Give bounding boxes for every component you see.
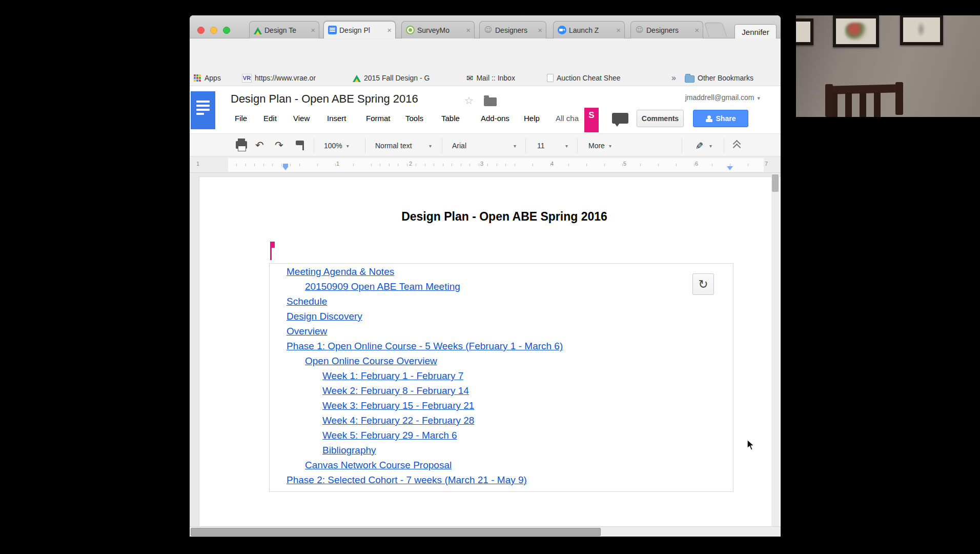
browser-tab[interactable]: SurveyMo× (401, 21, 475, 38)
collapse-toolbar-icon[interactable] (734, 141, 741, 145)
zoom-select[interactable]: 100%▾ (324, 139, 349, 152)
tab-title: Designers (646, 26, 691, 34)
toc-link[interactable]: Canvas Network Course Proposal (305, 460, 452, 471)
horizontal-scrollbar-track[interactable] (190, 526, 781, 537)
bookmark-label: Mail :: Inbox (476, 74, 515, 82)
comments-button[interactable]: Comments (637, 110, 684, 127)
undo-icon[interactable]: ↶ (255, 140, 264, 151)
toc-link[interactable]: Phase 1: Open Online Course - 5 Weeks (F… (287, 341, 563, 352)
refresh-toc-button[interactable]: ↻ (692, 273, 714, 295)
menu-view[interactable]: View (293, 114, 310, 123)
toc-link[interactable]: Design Discovery (287, 311, 362, 322)
toc-link[interactable]: 20150909 Open ABE Team Meeting (305, 281, 460, 292)
toc-link[interactable]: Meeting Agenda & Notes (287, 266, 394, 278)
close-tab-icon[interactable]: × (310, 26, 316, 34)
redo-icon[interactable]: ↷ (275, 140, 283, 151)
menu-file[interactable]: File (235, 114, 247, 123)
folder-icon (685, 75, 695, 83)
share-button[interactable]: Share (693, 110, 748, 127)
collaborator-avatar[interactable]: S (584, 108, 599, 132)
paint-format-icon[interactable] (296, 141, 304, 145)
webcam-video (796, 15, 980, 117)
bookmark-item[interactable]: 2015 Fall Design - G (353, 73, 430, 83)
close-window-button[interactable] (197, 27, 205, 34)
document-page[interactable]: Design Plan - Open ABE Spring 2016 ↻ Mee… (199, 176, 781, 526)
browser-tab[interactable]: ☺Designers× (630, 21, 703, 38)
bookmark-item[interactable]: Apps (194, 73, 221, 83)
all-changes-saved-status[interactable]: All cha (556, 114, 584, 123)
browser-window: Design Te×Design Pl×SurveyMo×☺Designers×… (190, 15, 781, 537)
star-document-icon[interactable]: ☆ (464, 94, 474, 107)
close-tab-icon[interactable]: × (386, 26, 392, 34)
font-select[interactable]: Arial▾ (452, 139, 516, 152)
browser-tab[interactable]: Launch Z× (553, 21, 625, 38)
toc-link[interactable]: Week 2: February 8 - February 14 (322, 385, 469, 397)
close-tab-icon[interactable]: × (465, 26, 471, 34)
vertical-scrollbar-thumb[interactable] (772, 174, 779, 192)
minimize-window-button[interactable] (210, 27, 217, 34)
tab-title: Design Pl (339, 26, 384, 34)
toc-link[interactable]: Week 1: February 1 - February 7 (322, 370, 463, 382)
menu-add-ons[interactable]: Add-ons (481, 114, 509, 123)
toc-link[interactable]: Week 3: February 15 - February 21 (322, 400, 474, 411)
bookmark-item[interactable]: Auction Cheat Shee (547, 73, 621, 83)
font-size-select[interactable]: 11▾ (537, 139, 568, 152)
fullscreen-window-button[interactable] (223, 27, 230, 34)
mouse-cursor (746, 439, 757, 451)
browser-tab[interactable]: Design Pl× (323, 21, 396, 38)
left-indent-marker[interactable] (282, 166, 289, 170)
profile-button[interactable]: Jennifer (734, 24, 777, 40)
menu-help[interactable]: Help (524, 114, 540, 123)
smiley-icon: ☺ (635, 26, 644, 34)
toc-link[interactable]: Open Online Course Overview (305, 355, 437, 367)
browser-tab[interactable]: Design Te× (249, 21, 319, 38)
toc-link[interactable]: Week 4: February 22 - February 28 (322, 415, 474, 426)
menu-tools[interactable]: Tools (405, 114, 423, 123)
bookmark-label: https://www.vrae.or (255, 74, 316, 82)
menu-table[interactable]: Table (441, 114, 460, 123)
toc-link[interactable]: Bibliography (322, 445, 376, 456)
vr-icon: VR (242, 74, 252, 83)
menu-insert[interactable]: Insert (327, 114, 346, 123)
menu-edit[interactable]: Edit (263, 114, 277, 123)
browser-tab[interactable]: ☺Designers× (479, 21, 546, 38)
print-icon[interactable] (236, 141, 247, 149)
close-tab-icon[interactable]: × (694, 26, 700, 34)
move-to-folder-icon[interactable] (484, 97, 497, 106)
zoom-icon (558, 26, 566, 34)
bookmark-item[interactable]: ✉Mail :: Inbox (466, 73, 515, 83)
toc-link[interactable]: Schedule (287, 296, 327, 307)
toc-link[interactable]: Week 5: February 29 - March 6 (322, 430, 457, 441)
new-tab-button[interactable] (704, 23, 727, 37)
more-toolbar-button[interactable]: More▾ (588, 139, 611, 152)
horizontal-scrollbar-thumb[interactable] (191, 528, 601, 536)
editing-mode-dropdown[interactable]: ▾ (709, 143, 712, 149)
menu-format[interactable]: Format (366, 114, 391, 123)
chat-icon[interactable] (612, 113, 628, 124)
document-canvas: Design Plan - Open ABE Spring 2016 ↻ Mee… (190, 173, 781, 526)
tab-title: Designers (495, 26, 535, 34)
account-email[interactable]: jmaddrell@gmail.com▾ (685, 93, 760, 102)
tab-title: Design Te (264, 26, 308, 34)
editing-mode-icon[interactable]: ✎ (693, 142, 705, 150)
ruler[interactable]: 1 1234567 (190, 157, 781, 173)
apps-grid-icon (194, 74, 201, 82)
toc-link[interactable]: Phase 2: Selected Cohort - 7 weeks (Marc… (287, 474, 527, 486)
picture-frame (833, 15, 879, 47)
docs-icon (328, 26, 337, 34)
right-indent-marker[interactable] (727, 166, 733, 170)
bookmarks-overflow-chevron[interactable]: » (671, 73, 676, 83)
close-tab-icon[interactable]: × (537, 26, 543, 34)
ruler-number: 6 (695, 161, 698, 167)
bookmark-item[interactable]: Other Bookmarks (685, 73, 753, 83)
docs-toolbar: ↶ ↷ 100%▾ Normal text▾ Arial▾ 11▾ More▾ … (190, 133, 781, 156)
ruler-number: 5 (623, 161, 626, 167)
tab-bar: Design Te×Design Pl×SurveyMo×☺Designers×… (190, 15, 781, 38)
docs-menu-icon[interactable] (191, 91, 215, 129)
toc-link[interactable]: Overview (287, 326, 327, 337)
paragraph-style-select[interactable]: Normal text▾ (375, 139, 432, 152)
vertical-scrollbar-track[interactable] (771, 173, 779, 526)
close-tab-icon[interactable]: × (616, 26, 621, 34)
document-title[interactable]: Design Plan - Open ABE Spring 2016 (231, 92, 418, 106)
bookmark-item[interactable]: VRhttps://www.vrae.or (242, 73, 316, 83)
